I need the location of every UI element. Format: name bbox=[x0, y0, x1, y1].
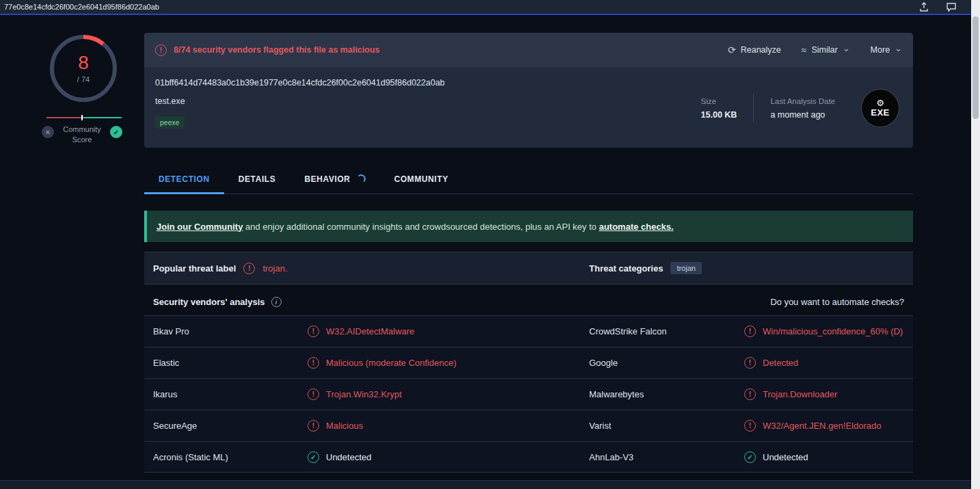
vote-harmless-icon[interactable]: ✓ bbox=[110, 126, 122, 138]
top-search-bar: 77e0c8e14cfdc26f00c2e6041d95f86d022a0ab bbox=[0, 0, 980, 15]
warning-icon: ! bbox=[308, 420, 319, 432]
file-hash[interactable]: 01bff6414d74483a0c1b39e1977e0c8e14cfdc26… bbox=[155, 78, 685, 88]
check-icon: ✓ bbox=[308, 451, 319, 463]
table-row: Acronis (Static ML) ✓ Undetected AhnLab-… bbox=[144, 441, 913, 473]
flag-message: 8/74 security vendors flagged this file … bbox=[174, 45, 380, 55]
table-row: Bkav Pro ! W32.AIDetectMalware CrowdStri… bbox=[144, 315, 913, 347]
warning-icon: ! bbox=[243, 263, 255, 274]
tab-bar: DETECTION DETAILS BEHAVIOR COMMUNITY bbox=[144, 166, 913, 194]
warning-icon: ! bbox=[744, 388, 756, 400]
detection-result: Undetected bbox=[326, 452, 372, 462]
comment-icon[interactable] bbox=[946, 1, 957, 12]
file-info-card: 01bff6414d74483a0c1b39e1977e0c8e14cfdc26… bbox=[144, 67, 913, 148]
similar-button[interactable]: ≈ Similar ⌄ bbox=[802, 45, 850, 55]
gauge-negative-segment bbox=[46, 117, 82, 118]
tab-details[interactable]: DETAILS bbox=[224, 166, 290, 194]
warning-icon: ! bbox=[308, 388, 319, 400]
threat-category-badge[interactable]: trojan bbox=[670, 262, 702, 274]
table-row: SecureAge ! Malicious Varist ! W32/Agent… bbox=[144, 410, 913, 441]
gear-icon: ⚙ bbox=[876, 98, 884, 107]
check-icon: ✓ bbox=[744, 451, 756, 463]
gauge-positive-segment bbox=[82, 117, 122, 118]
vendor-name: Ikarus bbox=[153, 389, 308, 399]
warning-icon: ! bbox=[155, 44, 167, 56]
vendor-name: Google bbox=[589, 358, 744, 368]
detection-result: Trojan.Win32.Krypt bbox=[326, 389, 402, 399]
detection-result: Malicious bbox=[326, 421, 363, 431]
last-analysis-label: Last Analysis Date bbox=[770, 97, 835, 105]
community-score-label: Community Score bbox=[57, 124, 107, 146]
last-analysis-value: a moment ago bbox=[770, 110, 835, 120]
reanalyze-icon: ⟳ bbox=[728, 45, 736, 55]
score-total: / 74 bbox=[77, 75, 90, 83]
vendors-analysis-header: Security vendors' analysis i Do you want… bbox=[144, 297, 913, 307]
size-label: Size bbox=[701, 97, 737, 105]
reanalyze-button[interactable]: ⟳ Reanalyze bbox=[728, 45, 781, 55]
upload-icon[interactable] bbox=[918, 1, 929, 12]
vote-malicious-icon[interactable]: ✕ bbox=[42, 126, 54, 138]
warning-icon: ! bbox=[744, 357, 756, 369]
warning-icon: ! bbox=[744, 326, 756, 337]
vendor-name: SecureAge bbox=[153, 421, 308, 431]
chevron-down-icon: ⌄ bbox=[843, 46, 850, 51]
scrollbar-thumb[interactable] bbox=[972, 16, 979, 119]
filetype-exe-icon: ⚙ EXE bbox=[861, 89, 899, 127]
tab-community[interactable]: COMMUNITY bbox=[380, 166, 463, 194]
vendor-name: CrowdStrike Falcon bbox=[589, 326, 744, 336]
tab-behavior[interactable]: BEHAVIOR bbox=[290, 166, 379, 194]
detection-result: Trojan.Downloader bbox=[763, 389, 837, 399]
warning-icon: ! bbox=[308, 357, 319, 369]
warning-icon: ! bbox=[744, 420, 756, 432]
table-row: Elastic ! Malicious (moderate Confidence… bbox=[144, 347, 913, 378]
filetype-label: EXE bbox=[871, 107, 890, 118]
next-section-partial bbox=[0, 480, 971, 489]
detection-result: Detected bbox=[763, 358, 798, 368]
detection-result: Undetected bbox=[763, 452, 808, 462]
search-input[interactable]: 77e0c8e14cfdc26f00c2e6041d95f86d022a0ab bbox=[4, 3, 159, 11]
tab-detection[interactable]: DETECTION bbox=[144, 166, 224, 194]
threat-label-bar: Popular threat label ! trojan. Threat ca… bbox=[144, 252, 913, 285]
detection-result: Malicious (moderate Confidence) bbox=[326, 358, 457, 368]
scrollbar[interactable] bbox=[971, 0, 980, 489]
community-score-gauge bbox=[46, 115, 122, 120]
automate-checks-question[interactable]: Do you want to automate checks? bbox=[770, 297, 904, 307]
detection-score-widget: 8 / 74 ✕ Community Score ✓ bbox=[40, 33, 144, 473]
vendor-name: Malwarebytes bbox=[589, 389, 744, 399]
detection-summary-card: ! 8/74 security vendors flagged this fil… bbox=[144, 33, 913, 67]
detection-result: W32.AIDetectMalware bbox=[326, 326, 414, 336]
file-tag-peexe[interactable]: peexe bbox=[155, 116, 185, 129]
threat-categories-title: Threat categories bbox=[589, 263, 663, 274]
warning-icon: ! bbox=[308, 326, 319, 337]
size-value: 15.00 KB bbox=[701, 110, 737, 120]
table-row: Ikarus ! Trojan.Win32.Krypt Malwarebytes… bbox=[144, 378, 913, 410]
threat-label-value: trojan. bbox=[262, 263, 287, 274]
score-value: 8 bbox=[78, 53, 89, 72]
chevron-down-icon: ⌄ bbox=[895, 46, 902, 51]
file-name: test.exe bbox=[155, 96, 685, 106]
vendors-analysis-title: Security vendors' analysis bbox=[153, 297, 265, 307]
detection-score-donut: 8 / 74 bbox=[48, 33, 119, 104]
info-icon[interactable]: i bbox=[271, 297, 282, 307]
vendor-name: AhnLab-V3 bbox=[589, 452, 744, 462]
vendor-name: Elastic bbox=[153, 358, 308, 368]
banner-text: and enjoy additional community insights … bbox=[243, 222, 599, 232]
join-community-link[interactable]: Join our Community bbox=[156, 222, 243, 232]
detection-result: W32/Agent.JEN.gen!Eldorado bbox=[763, 421, 881, 431]
vendors-results-table: Bkav Pro ! W32.AIDetectMalware CrowdStri… bbox=[144, 315, 913, 473]
similar-icon: ≈ bbox=[802, 45, 807, 55]
detection-result: Win/malicious_confidence_60% (D) bbox=[763, 326, 903, 336]
vendor-name: Varist bbox=[589, 421, 744, 431]
community-banner: Join our Community and enjoy additional … bbox=[144, 211, 913, 242]
more-button[interactable]: More ⌄ bbox=[871, 45, 902, 55]
automate-checks-link[interactable]: automate checks. bbox=[599, 222, 673, 232]
popular-threat-label-title: Popular threat label bbox=[153, 263, 236, 274]
loading-spinner-icon bbox=[357, 174, 366, 183]
gauge-marker bbox=[81, 115, 83, 120]
vendor-name: Acronis (Static ML) bbox=[153, 452, 308, 462]
vendor-name: Bkav Pro bbox=[153, 326, 308, 336]
